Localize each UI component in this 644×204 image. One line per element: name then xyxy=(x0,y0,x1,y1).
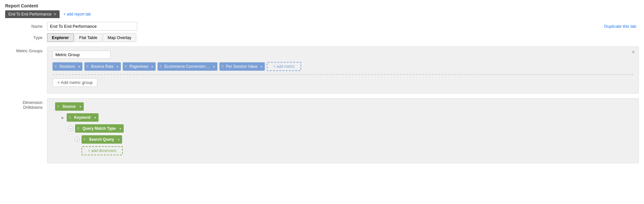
add-dimension-item: ✕ + add dimension xyxy=(74,146,633,155)
type-row: Type Explorer Flat Table Map Overlay xyxy=(5,33,639,42)
bounce-rate-drag-handle: ⠿ xyxy=(84,63,91,70)
metric-chip-pageviews[interactable]: ⠿ Pageviews ▾ xyxy=(123,62,156,71)
metric-group-close-icon[interactable]: ✕ xyxy=(631,49,635,55)
search-query-remove-icon[interactable]: ✕ xyxy=(74,137,80,142)
keyword-drag-handle: ⠿ xyxy=(67,114,73,121)
report-content-section: Report Content End To End Performance ✕ … xyxy=(0,0,644,172)
search-query-label: Search Query xyxy=(88,135,115,144)
add-metric-group-button[interactable]: + Add metric group xyxy=(53,78,97,87)
source-arrow-icon[interactable]: ▾ xyxy=(77,103,84,110)
metric-groups-container: ✕ ⠿ Sessions ▾ ⠿ Bounce Rate ▾ xyxy=(47,46,639,94)
sessions-drag-handle: ⠿ xyxy=(53,63,59,70)
dimension-chip-keyword[interactable]: ⠿ Keyword ▾ xyxy=(67,113,99,122)
report-content-title: Report Content xyxy=(0,0,644,10)
type-label: Type xyxy=(5,33,47,40)
dimension-chip-search-query[interactable]: ⠿ Search Query ▾ xyxy=(82,135,122,144)
per-session-drag-handle: ⠿ xyxy=(219,63,226,70)
tab-end-to-end[interactable]: End To End Performance ✕ xyxy=(5,10,60,18)
dimension-drilldowns-row: Dimension Drilldowns ⠿ Source ▾ ▶ ⠿ Keyw… xyxy=(5,98,639,163)
keyword-expand-icon[interactable]: ▶ xyxy=(62,116,64,119)
type-flat-table-button[interactable]: Flat Table xyxy=(74,33,102,42)
type-map-overlay-button[interactable]: Map Overlay xyxy=(103,33,136,42)
add-dimension-button[interactable]: + add dimension xyxy=(82,146,123,155)
type-buttons-group: Explorer Flat Table Map Overlay xyxy=(47,33,136,42)
duplicate-tab-link[interactable]: Duplicate this tab xyxy=(604,22,639,29)
name-label: Name xyxy=(5,22,47,29)
dimension-search-query-item: ✕ ⠿ Search Query ▾ xyxy=(74,135,633,144)
query-match-type-remove-icon[interactable]: ✕ xyxy=(68,126,73,131)
ecommerce-arrow-icon[interactable]: ▾ xyxy=(211,63,217,70)
query-match-type-drag-handle: ⠿ xyxy=(75,125,81,132)
query-match-type-arrow-icon[interactable]: ▾ xyxy=(117,125,124,132)
dimension-query-match-type-item: ✕ ⠿ Query Match Type ▾ xyxy=(68,124,633,133)
name-row: Name Duplicate this tab xyxy=(5,22,639,31)
dimension-drilldowns-label: Dimension Drilldowns xyxy=(5,98,47,110)
tab-close-icon[interactable]: ✕ xyxy=(53,12,56,16)
metric-groups-label: Metric Groups xyxy=(5,46,47,53)
search-query-arrow-icon[interactable]: ▾ xyxy=(115,136,122,143)
dimension-chip-source[interactable]: ⠿ Source ▾ xyxy=(55,102,84,111)
query-match-type-label: Query Match Type xyxy=(81,124,117,133)
dimension-keyword-item: ▶ ⠿ Keyword ▾ xyxy=(62,113,633,122)
pageviews-drag-handle: ⠿ xyxy=(123,63,129,70)
source-label: Source xyxy=(61,102,77,111)
keyword-label: Keyword xyxy=(73,113,92,122)
dimension-chip-query-match-type[interactable]: ⠿ Query Match Type ▾ xyxy=(75,124,124,133)
dimension-drilldowns-container: ⠿ Source ▾ ▶ ⠿ Keyword ▾ ✕ xyxy=(47,98,639,163)
add-metric-group-section: + Add metric group xyxy=(53,74,633,88)
metric-chip-bounce-rate[interactable]: ⠿ Bounce Rate ▾ xyxy=(84,62,121,71)
metrics-row: ⠿ Sessions ▾ ⠿ Bounce Rate ▾ ⠿ Pageviews xyxy=(53,62,633,71)
add-report-tab-link[interactable]: + add report tab xyxy=(63,12,91,16)
bounce-rate-label: Bounce Rate xyxy=(91,62,114,71)
tabs-bar: End To End Performance ✕ + add report ta… xyxy=(0,10,644,18)
keyword-arrow-icon[interactable]: ▾ xyxy=(92,114,99,121)
metric-group-name-input[interactable] xyxy=(53,51,111,59)
dimension-source-item: ⠿ Source ▾ xyxy=(55,102,633,111)
metric-chip-sessions[interactable]: ⠿ Sessions ▾ xyxy=(53,62,82,71)
pageviews-arrow-icon[interactable]: ▾ xyxy=(149,63,156,70)
name-input[interactable] xyxy=(47,22,137,31)
ecommerce-label: Ecommerce Conversion ... xyxy=(164,62,210,71)
bounce-rate-arrow-icon[interactable]: ▾ xyxy=(114,63,121,70)
sessions-arrow-icon[interactable]: ▾ xyxy=(76,63,82,70)
per-session-label: Per Session Value xyxy=(226,62,258,71)
type-explorer-button[interactable]: Explorer xyxy=(47,33,74,42)
form-area: Name Duplicate this tab Type Explorer Fl… xyxy=(0,18,644,172)
search-query-drag-handle: ⠿ xyxy=(82,136,88,143)
metric-chip-per-session[interactable]: ⠿ Per Session Value ▾ xyxy=(219,62,265,71)
ecommerce-drag-handle: ⠿ xyxy=(158,63,164,70)
tab-label: End To End Performance xyxy=(8,12,52,16)
per-session-arrow-icon[interactable]: ▾ xyxy=(258,63,265,70)
add-metric-button[interactable]: + add metric xyxy=(267,62,301,71)
metric-chip-ecommerce[interactable]: ⠿ Ecommerce Conversion ... ▾ xyxy=(158,62,217,71)
pageviews-label: Pageviews xyxy=(129,62,149,71)
metric-groups-row: Metric Groups ✕ ⠿ Sessions ▾ ⠿ Bounce Ra… xyxy=(5,46,639,94)
source-drag-handle: ⠿ xyxy=(55,103,61,110)
sessions-label: Sessions xyxy=(59,62,76,71)
